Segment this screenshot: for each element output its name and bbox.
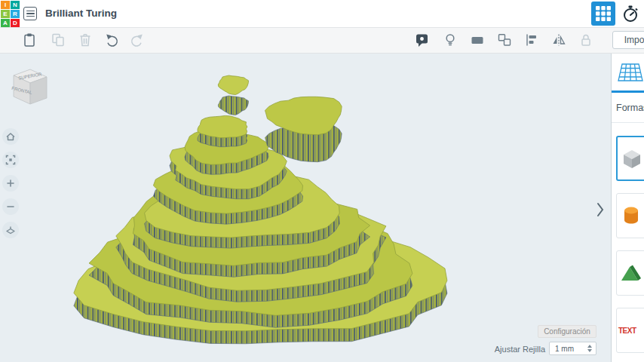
design-title: Brilliant Turing xyxy=(45,0,117,27)
roof-shape-icon xyxy=(618,260,644,286)
fit-view-icon[interactable] xyxy=(2,152,19,168)
shape-card-box[interactable] xyxy=(616,136,644,181)
ungroup-icon[interactable] xyxy=(495,30,514,50)
viewport-3d[interactable]: SUPERIOR FRONTAL xyxy=(0,53,611,362)
redo-icon[interactable] xyxy=(127,30,146,50)
zoom-in-icon[interactable] xyxy=(2,175,19,192)
snap-grid-label: Ajustar Rejilla xyxy=(483,345,545,354)
shape-card-cylinder[interactable] xyxy=(616,193,644,238)
workplane-grid-icon[interactable] xyxy=(617,59,644,86)
toolbar: Importar xyxy=(0,27,644,54)
perspective-icon[interactable] xyxy=(2,222,19,238)
shapes-category-label[interactable]: Formas xyxy=(616,103,644,113)
view-cube[interactable]: SUPERIOR FRONTAL xyxy=(5,63,53,110)
logo-tile: E xyxy=(1,10,10,18)
header-bar: I N E R A D Brilliant Turing xyxy=(0,0,644,28)
logo-tile: N xyxy=(11,1,20,9)
design-menu-icon[interactable] xyxy=(23,7,37,20)
dropdown-carets-icon xyxy=(585,345,596,352)
lock-icon[interactable] xyxy=(576,30,596,50)
undo-icon[interactable] xyxy=(103,30,122,50)
panel-tab-indicator xyxy=(612,90,644,93)
logo-tile: A xyxy=(1,19,10,27)
zoom-out-icon[interactable] xyxy=(2,198,19,215)
logo-tile: I xyxy=(1,1,10,9)
panel-collapse-chevron-icon[interactable] xyxy=(594,198,606,222)
divider xyxy=(612,122,644,123)
logo-tile: R xyxy=(11,10,20,18)
tinkercad-logo[interactable]: I N E R A D xyxy=(0,0,20,27)
group-icon[interactable] xyxy=(468,30,487,50)
logo-tile: D xyxy=(11,19,20,27)
grid-icon xyxy=(595,5,612,22)
grid-settings-button[interactable]: Configuración xyxy=(538,325,596,338)
text-shape-icon: TEXT xyxy=(618,327,636,335)
paste-icon[interactable] xyxy=(20,30,39,50)
copy-icon[interactable] xyxy=(48,30,68,50)
snap-grid-dropdown[interactable]: 1 mm xyxy=(549,342,596,355)
home-icon[interactable] xyxy=(2,128,19,145)
show-all-lightbulb-icon[interactable] xyxy=(440,30,460,50)
dashboard-grid-button[interactable] xyxy=(591,2,615,26)
tinkercad-app: I N E R A D Brilliant Turing xyxy=(0,0,644,362)
delete-icon[interactable] xyxy=(75,30,95,50)
align-icon[interactable] xyxy=(522,30,541,50)
terrain-model[interactable] xyxy=(0,53,611,362)
cylinder-shape-icon xyxy=(618,203,644,229)
mirror-icon[interactable] xyxy=(549,30,569,50)
snap-grid-value: 1 mm xyxy=(550,345,585,353)
import-button[interactable]: Importar xyxy=(612,31,644,49)
notes-comment-icon[interactable] xyxy=(412,30,431,50)
shape-card-text[interactable]: TEXT xyxy=(616,308,644,353)
box-shape-icon xyxy=(619,146,644,171)
timer-icon[interactable] xyxy=(619,2,642,25)
shapes-panel: Formas TEXT xyxy=(611,53,644,362)
shape-card-roof[interactable] xyxy=(616,250,644,296)
